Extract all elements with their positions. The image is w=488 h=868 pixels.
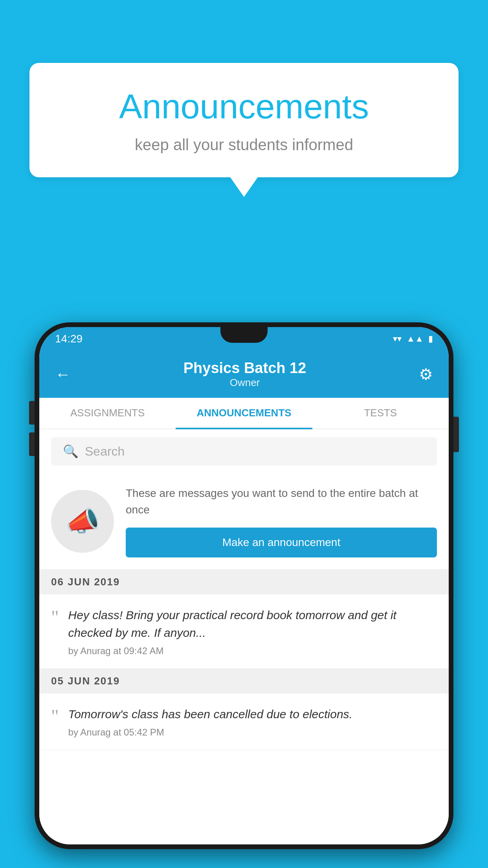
promo-description: These are messages you want to send to t… <box>126 485 437 518</box>
promo-content: These are messages you want to send to t… <box>126 485 437 557</box>
phone-inner: 14:29 ▾▾ ▲▲ ▮ ← Physics Batch 12 Owner ⚙… <box>39 327 449 844</box>
app-header: ← Physics Batch 12 Owner ⚙ <box>39 351 449 398</box>
search-container: 🔍 Search <box>39 429 449 473</box>
phone-notch <box>220 327 268 343</box>
quote-icon-wrapper-2: " <box>51 707 59 726</box>
phone-outer: 14:29 ▾▾ ▲▲ ▮ ← Physics Batch 12 Owner ⚙… <box>35 322 453 849</box>
search-bar[interactable]: 🔍 Search <box>51 437 437 465</box>
volume-button-down[interactable] <box>29 432 35 456</box>
bubble-subtitle: keep all your students informed <box>61 136 427 154</box>
header-title: Physics Batch 12 <box>183 360 306 377</box>
wifi-icon: ▾▾ <box>393 334 402 344</box>
back-button[interactable]: ← <box>55 366 71 383</box>
power-button[interactable] <box>453 417 459 452</box>
phone-container: 14:29 ▾▾ ▲▲ ▮ ← Physics Batch 12 Owner ⚙… <box>35 322 453 868</box>
tab-announcements[interactable]: ANNOUNCEMENTS <box>176 398 312 429</box>
search-input[interactable]: Search <box>85 444 125 459</box>
status-icons: ▾▾ ▲▲ ▮ <box>393 334 433 344</box>
quote-icon-1: " <box>51 607 59 627</box>
search-icon: 🔍 <box>63 444 79 459</box>
promo-section: 📣 These are messages you want to send to… <box>39 473 449 570</box>
announcement-content-2: Tomorrow's class has been cancelled due … <box>68 705 437 738</box>
battery-icon: ▮ <box>428 334 433 344</box>
promo-icon-circle: 📣 <box>51 490 114 553</box>
announcement-meta-2: by Anurag at 05:42 PM <box>68 727 437 738</box>
quote-icon-wrapper-1: " <box>51 608 59 627</box>
announcement-meta-1: by Anurag at 09:42 AM <box>68 645 437 657</box>
bubble-title: Announcements <box>61 86 427 127</box>
date-divider-1: 06 JUN 2019 <box>39 570 449 594</box>
tab-assignments[interactable]: ASSIGNMENTS <box>39 398 176 429</box>
status-time: 14:29 <box>55 333 83 345</box>
make-announcement-button[interactable]: Make an announcement <box>126 528 437 557</box>
speech-bubble-tail <box>230 177 258 197</box>
header-center: Physics Batch 12 Owner <box>183 360 306 389</box>
speech-bubble-section: Announcements keep all your students inf… <box>29 63 459 197</box>
tab-tests[interactable]: TESTS <box>312 398 449 429</box>
speech-bubble-card: Announcements keep all your students inf… <box>29 63 459 177</box>
quote-icon-2: " <box>51 706 59 726</box>
volume-button-up[interactable] <box>29 401 35 425</box>
announcement-text-1: Hey class! Bring your practical record b… <box>68 606 437 642</box>
signal-icon: ▲▲ <box>406 334 424 344</box>
announcement-item-1: " Hey class! Bring your practical record… <box>39 594 449 669</box>
announcement-text-2: Tomorrow's class has been cancelled due … <box>68 705 437 723</box>
content-area: 🔍 Search 📣 These are messages you want t… <box>39 429 449 844</box>
megaphone-icon: 📣 <box>66 505 100 537</box>
announcement-item-2: " Tomorrow's class has been cancelled du… <box>39 693 449 750</box>
settings-icon[interactable]: ⚙ <box>419 365 433 383</box>
header-subtitle: Owner <box>183 377 306 389</box>
tabs-bar: ASSIGNMENTS ANNOUNCEMENTS TESTS <box>39 398 449 429</box>
announcement-content-1: Hey class! Bring your practical record b… <box>68 606 437 657</box>
date-divider-2: 05 JUN 2019 <box>39 669 449 693</box>
